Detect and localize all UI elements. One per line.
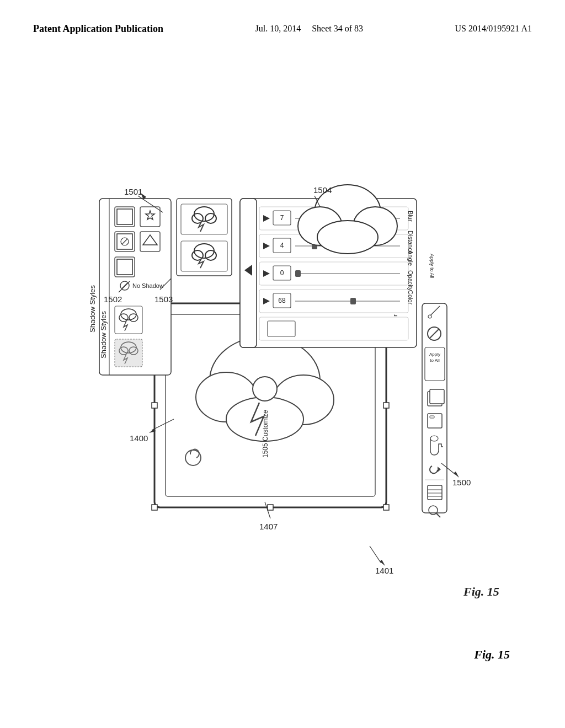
svg-rect-47 xyxy=(181,241,227,271)
svg-rect-9 xyxy=(383,505,389,510)
svg-line-125 xyxy=(370,546,381,563)
svg-text:1502: 1502 xyxy=(104,295,122,304)
svg-text:1401: 1401 xyxy=(375,566,393,575)
svg-text:7: 7 xyxy=(280,214,284,222)
svg-text:4: 4 xyxy=(280,242,284,249)
svg-rect-5 xyxy=(152,403,157,408)
svg-rect-97 xyxy=(430,389,444,404)
svg-text:Fig. 15: Fig. 15 xyxy=(463,585,499,598)
svg-rect-81 xyxy=(268,321,295,336)
page-header: Patent Application Publication Jul. 10, … xyxy=(0,22,565,36)
svg-text:68: 68 xyxy=(278,297,286,304)
svg-text:1503: 1503 xyxy=(154,295,173,304)
svg-text:Angle: Angle xyxy=(407,250,414,266)
svg-point-100 xyxy=(430,436,438,441)
svg-rect-29 xyxy=(115,257,135,277)
svg-text:1504: 1504 xyxy=(313,185,332,195)
svg-text:Opacity: Opacity xyxy=(407,270,414,291)
svg-text:0: 0 xyxy=(280,269,284,277)
svg-text:1407: 1407 xyxy=(259,522,278,531)
svg-text:Blur: Blur xyxy=(407,211,414,222)
svg-text:Color: Color xyxy=(407,290,414,305)
publication-number: US 2014/0195921 A1 xyxy=(455,22,532,35)
svg-rect-8 xyxy=(268,505,273,510)
sheet-info: Sheet 34 of 83 xyxy=(312,24,363,33)
svg-rect-19 xyxy=(115,207,135,227)
publication-title: Patent Application Publication xyxy=(33,22,163,36)
svg-text:to All: to All xyxy=(430,358,440,363)
publication-date: Jul. 10, 2014 xyxy=(255,24,301,33)
svg-rect-7 xyxy=(152,505,157,510)
publication-date-sheet: Jul. 10, 2014 Sheet 34 of 83 xyxy=(255,22,363,35)
svg-point-112 xyxy=(317,221,378,254)
svg-text:1400: 1400 xyxy=(130,433,148,443)
svg-rect-43 xyxy=(181,204,227,234)
svg-text:1505 Customize: 1505 Customize xyxy=(262,410,269,458)
svg-text:1501: 1501 xyxy=(124,187,142,196)
svg-rect-103 xyxy=(428,485,442,500)
svg-text:Shadow Styles: Shadow Styles xyxy=(99,311,108,358)
svg-rect-87 xyxy=(422,303,447,513)
svg-rect-99 xyxy=(430,416,434,418)
svg-text:Shadow Styles: Shadow Styles xyxy=(88,285,97,333)
svg-rect-6 xyxy=(383,403,389,408)
svg-text:No Shadow: No Shadow xyxy=(132,282,164,289)
svg-text:Apply: Apply xyxy=(429,352,440,357)
svg-rect-73 xyxy=(295,270,301,277)
figure-container: Shadow Styles No Sha xyxy=(44,88,521,673)
svg-text:Apply to All: Apply to All xyxy=(429,254,435,279)
svg-text:1500: 1500 xyxy=(452,478,471,487)
svg-line-108 xyxy=(436,513,440,517)
figure-label: Fig. 15 xyxy=(474,647,510,662)
svg-point-14 xyxy=(253,377,277,401)
svg-rect-79 xyxy=(350,298,356,304)
